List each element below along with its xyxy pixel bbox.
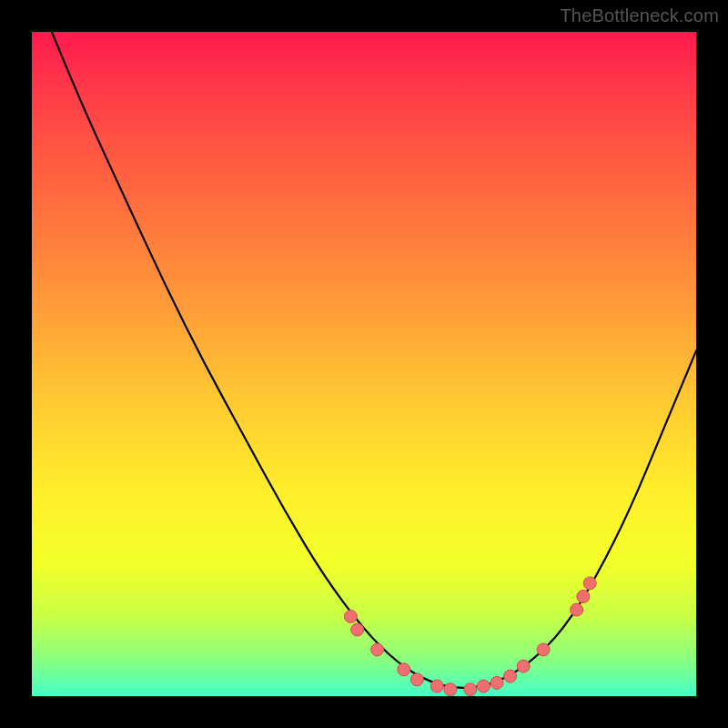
chart-frame: TheBottleneck.com [0,0,728,728]
data-marker [577,591,590,603]
data-marker [430,680,443,693]
data-marker [583,577,596,590]
data-marker [444,683,457,696]
data-marker [464,683,477,696]
data-marker [371,643,384,656]
chart-svg [32,32,696,696]
marker-group [344,577,596,696]
plot-area [32,32,696,696]
data-marker [351,623,364,636]
data-marker [344,610,357,622]
watermark-label: TheBottleneck.com [560,5,719,26]
data-marker [477,680,490,693]
data-marker [490,676,503,689]
data-marker [571,603,583,616]
bottleneck-curve [52,32,696,688]
data-marker [410,673,423,686]
data-marker [537,643,550,656]
data-marker [504,670,517,682]
data-marker [398,663,410,676]
data-marker [517,660,530,672]
